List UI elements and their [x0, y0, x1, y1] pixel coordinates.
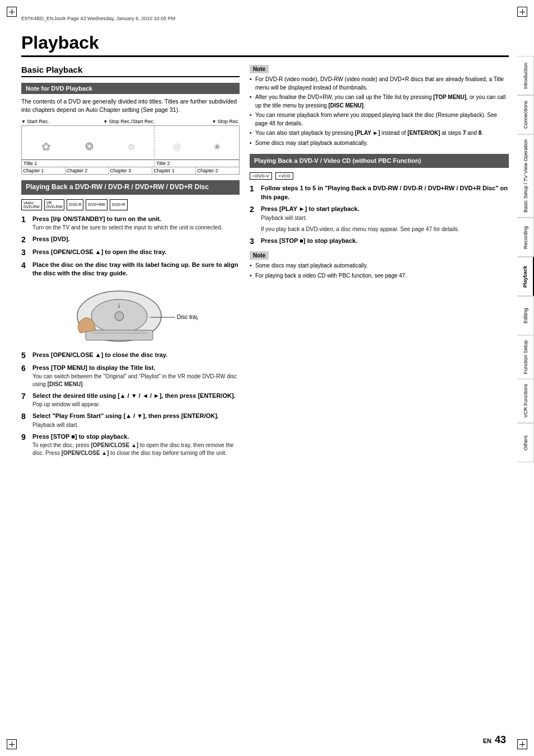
diagram-label-stoprec2: ▼ Stop Rec. [209, 119, 240, 124]
step-1: 1 Press [I/ψ ON/STANDBY] to turn on the … [21, 215, 240, 232]
step-7: 7 Select the desired title using [▲ / ▼ … [21, 392, 240, 408]
chapter-label-4: Chapter 1 [152, 167, 196, 174]
step-3: 3 Press [OPEN/CLOSE ▲] to open the disc … [21, 248, 240, 257]
dvdv-step-3: 3 Press [STOP ■] to stop playback. [250, 237, 509, 246]
right-tab-others[interactable]: Others [517, 423, 534, 462]
right-column: Note For DVD-R (video mode), DVD-RW (vid… [250, 65, 509, 461]
dvdv-note-header: Note [250, 251, 269, 260]
note-header: Note [250, 65, 269, 73]
step-6: 6 Press [TOP MENU] to display the Title … [21, 364, 240, 388]
right-tab-basic-setup-tv-view-operation[interactable]: Basic Setup / TV View Operation [517, 134, 534, 218]
disc-badge-vr-dvdrw: VRDVD-RW [44, 199, 65, 210]
right-tab-vcr-functions[interactable]: VCR Functions [517, 379, 534, 423]
page-title: Playback [21, 28, 509, 57]
note-item-4: You can also start playback by pressing … [250, 129, 509, 138]
left-column: Basic Playback Note for DVD Playback The… [21, 65, 240, 461]
disc-tray-illustration: ↓ Disc tray guide [21, 283, 240, 345]
right-tab-recording[interactable]: Recording [517, 218, 534, 257]
disc-badge-dvdplusr: DVD+R [110, 199, 128, 210]
basic-playback-section-header: Basic Playback [21, 65, 240, 77]
disc-badge-vcd: ⌁VCD [275, 172, 293, 180]
corner-mark-bl [7, 739, 17, 749]
right-tab-playback[interactable]: Playback [517, 257, 534, 296]
note-item-3: You can resume playback from where you s… [250, 111, 509, 128]
svg-text:Disc tray guide: Disc tray guide [177, 314, 198, 320]
chapter-label-1: Chapter 1 [22, 167, 65, 174]
step-2: 2 Press [DVD]. [21, 235, 240, 245]
chapter-label-3: Chapter 3 [109, 167, 153, 174]
diagram-label-stoprec: ▼ Stop Rec./Start Rec. [49, 119, 209, 124]
dvdv-step-1: 1 Follow steps 1 to 5 in "Playing Back a… [250, 184, 509, 201]
dvdv-note-1: Some discs may start playback automatica… [250, 262, 509, 270]
svg-rect-7 [91, 332, 147, 334]
step-4: 4 Place the disc on the disc tray with i… [21, 261, 240, 278]
playing-back-section-header: Playing Back a DVD-RW / DVD-R / DVD+RW /… [21, 180, 240, 195]
svg-rect-6 [86, 330, 153, 340]
chapter-labels-row: Chapter 1 Chapter 2 Chapter 3 Chapter 1 … [21, 167, 240, 175]
note-item-1: For DVD-R (video mode), DVD-RW (video mo… [250, 76, 509, 92]
note-item-5: Some discs may start playback automatica… [250, 139, 509, 148]
diagram-title1-area: ✿ ❂ ⊙ Title 1 [22, 126, 154, 167]
corner-mark-tr [517, 7, 527, 17]
right-tab-introduction[interactable]: Introduction [517, 56, 534, 95]
note-for-dvd-body: The contents of a DVD are generally divi… [21, 97, 240, 114]
playing-dvdv-header: Playing Back a DVD-V / Video CD (without… [250, 154, 509, 168]
svg-point-2 [115, 312, 124, 321]
diagram-title2-area: ◎ ❀ Title 2 [154, 126, 239, 167]
main-content: Playback Basic Playback Note for DVD Pla… [21, 28, 509, 728]
page-en-label: EN [483, 738, 491, 744]
step-5: 5 Press [OPEN/CLOSE ▲] to close the disc… [21, 351, 240, 360]
note-for-dvd-header: Note for DVD Playback [21, 83, 240, 94]
dvdv-note-2: For playing back a video CD with PBC fun… [250, 272, 509, 280]
right-tab-editing[interactable]: Editing [517, 296, 534, 335]
svg-text:↓: ↓ [117, 300, 121, 309]
chapter-label-2: Chapter 2 [65, 167, 109, 174]
right-note-section: Note For DVD-R (video mode), DVD-RW (vid… [250, 65, 509, 147]
right-tab-connections[interactable]: Connections [517, 95, 534, 134]
diagram-labels: ▼ Start Rec. ▼ Stop Rec./Start Rec. ▼ [21, 119, 240, 124]
dvdv-step-2: 2 Press [PLAY ►] to start playback. Play… [250, 205, 509, 233]
dvdv-disc-icons: ⌁DVD-V ⌁VCD [250, 172, 509, 180]
disc-badge-dvdv: ⌁DVD-V [250, 172, 272, 180]
file-info: E9TK4BD_EN.book Page 43 Wednesday, Janua… [21, 16, 175, 21]
diagram-label-start: ▼ Start Rec. [21, 119, 49, 124]
right-nav-tabs: IntroductionConnectionsBasic Setup / TV … [517, 56, 534, 462]
right-tab-function-setup[interactable]: Function Setup [517, 335, 534, 379]
disc-badge-video-dvdrw: VideoDVD-RW [21, 199, 42, 210]
corner-mark-tl [7, 7, 17, 17]
chapter-label-5: Chapter 2 [196, 167, 239, 174]
two-column-layout: Basic Playback Note for DVD Playback The… [21, 65, 509, 461]
disc-badge-dvdr: DVD-R [67, 199, 83, 210]
note-item-2: After you finalise the DVD+RW, you can c… [250, 93, 509, 110]
step-8: 8 Select "Play From Start" using [▲ / ▼]… [21, 412, 240, 429]
page-number: 43 [495, 734, 506, 746]
dvdv-note-list: Some discs may start playback automatica… [250, 262, 509, 280]
note-list: For DVD-R (video mode), DVD-RW (video mo… [250, 76, 509, 147]
step-9: 9 Press [STOP ■] to stop playback. To ej… [21, 433, 240, 457]
diagram-box: ✿ ❂ ⊙ Title 1 ◎ ❀ Title 2 [21, 125, 240, 167]
recording-diagram: ▼ Start Rec. ▼ Stop Rec./Start Rec. ▼ [21, 119, 240, 175]
start-rec-label: ▼ Start Rec. [21, 119, 49, 124]
page-number-area: EN 43 [483, 734, 506, 746]
title2-label: Title 2 [154, 159, 239, 167]
title1-label: Title 1 [22, 159, 154, 167]
disc-icons-row: VideoDVD-RW VRDVD-RW DVD-R DVD+RW DVD+R [21, 199, 240, 210]
disc-badge-dvdplusrw: DVD+RW [86, 199, 107, 210]
disc-tray-svg: ↓ Disc tray guide [63, 283, 198, 344]
corner-mark-br [517, 739, 527, 749]
dvdv-note-section: Note Some discs may start playback autom… [250, 251, 509, 280]
